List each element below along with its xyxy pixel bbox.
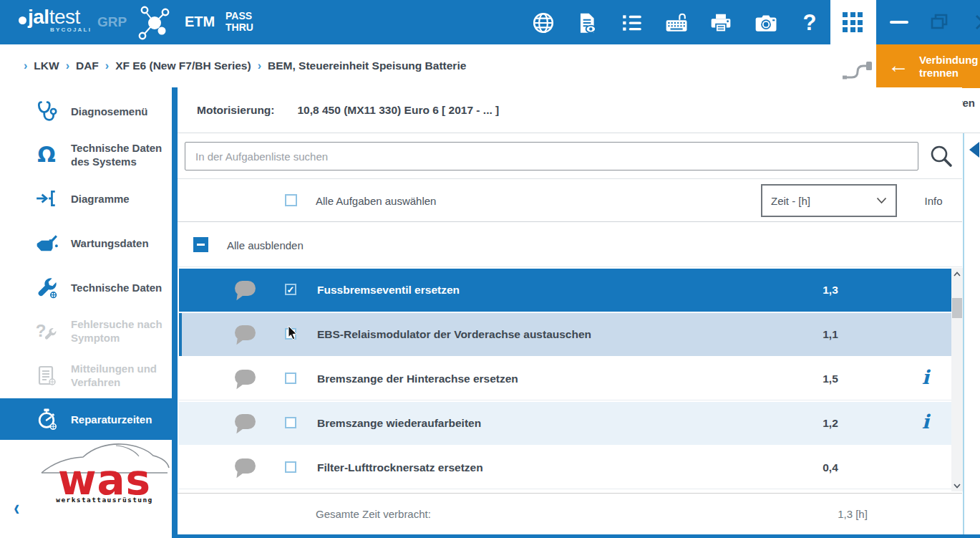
jaltest-logo: jal test BYCOJALI	[19, 6, 92, 33]
task-row[interactable]: ✓ Fussbremseventil ersetzen 1,3	[179, 269, 952, 312]
was-brand-logo: was werkstattausrüstung	[36, 437, 173, 504]
disconnect-button[interactable]: ← Verbindung trennen	[876, 44, 980, 88]
wrench-icon	[33, 276, 60, 299]
task-checkbox[interactable]: ✓	[285, 284, 296, 295]
chevron-right-icon: ›	[66, 59, 69, 72]
oilcan-icon	[33, 231, 60, 254]
breadcrumb-item-daf[interactable]: DAF	[76, 59, 99, 72]
symptom-search-icon: ?	[33, 321, 60, 341]
task-row[interactable]: Bremszange der Hinterachse ersetzen 1,5 …	[179, 357, 952, 400]
check-icon: ✓	[287, 285, 295, 294]
task-checkbox[interactable]	[285, 461, 296, 473]
globe-icon[interactable]	[531, 11, 556, 35]
scroll-down-icon[interactable]	[951, 480, 963, 491]
select-all-checkbox[interactable]	[285, 194, 297, 206]
info-column-header: Info	[911, 195, 956, 207]
task-time: 0,4	[809, 461, 852, 474]
comment-bubble-icon[interactable]	[235, 414, 256, 429]
search-input[interactable]	[185, 142, 918, 170]
connector-cable-icon	[842, 54, 873, 86]
sidebar-item-systemdaten[interactable]: Ω Technische Daten des Systems	[0, 136, 172, 173]
hide-all-checkbox[interactable]	[193, 237, 208, 252]
task-checkbox[interactable]	[285, 373, 296, 384]
comment-bubble-icon[interactable]	[235, 325, 256, 340]
stopwatch-icon	[33, 408, 60, 431]
hide-all-row: Alle ausblenden	[178, 222, 962, 267]
total-value: 1,3 [h]	[820, 508, 885, 520]
stethoscope-icon	[33, 100, 60, 123]
search-icon[interactable]	[929, 144, 954, 171]
task-time: 1,3	[809, 284, 852, 297]
engine-header: Motorisierung: 10,8 450 (MX11 330) Euro …	[178, 87, 962, 133]
task-time: 1,5	[809, 373, 852, 385]
apps-grid-icon[interactable]	[843, 12, 863, 33]
task-time: 1,1	[809, 328, 852, 341]
help-icon[interactable]: ?	[797, 11, 822, 35]
comment-bubble-icon[interactable]	[235, 281, 256, 296]
task-list-icon[interactable]	[620, 11, 644, 35]
right-collapsed-panel	[964, 133, 980, 538]
procedures-icon	[33, 365, 60, 386]
list-scrollbar[interactable]	[951, 268, 963, 491]
jaltest-window: jal test BYCOJALI GRP ETM PASS THRU	[0, 0, 980, 538]
task-time: 1,2	[809, 417, 852, 430]
sidebar-collapse-chevron-icon[interactable]: ‹	[14, 494, 19, 521]
passthru-module-button[interactable]: PASS THRU	[225, 10, 253, 33]
apps-panel	[830, 0, 876, 44]
hide-all-label: Alle ausblenden	[227, 239, 304, 251]
total-label: Gesamte Zeit verbracht:	[316, 508, 431, 520]
search-bar	[178, 133, 962, 179]
task-row[interactable]: Bremszange wiederaufarbeiten 1,2 i	[179, 402, 952, 445]
engine-value: 10,8 450 (MX11 330) Euro 6 [ 2017 - ... …	[298, 104, 500, 117]
restore-icon[interactable]	[929, 11, 951, 36]
etm-module-button[interactable]: ETM	[185, 14, 215, 30]
task-row[interactable]: EBS-Relaismodulator der Vorderachse aust…	[179, 313, 952, 356]
total-row: Gesamte Zeit verbracht: 1,3 [h]	[178, 493, 962, 534]
comment-bubble-icon[interactable]	[235, 370, 256, 385]
circuit-icon	[33, 187, 60, 210]
chevron-down-icon	[876, 197, 887, 204]
breadcrumb-item-system[interactable]: BEM, Steuereinheit Speisung Batterie	[268, 59, 466, 72]
select-all-row: Alle Aufgaben auswählen Zeit - [h] Info	[178, 179, 962, 222]
chevron-right-icon: ›	[105, 59, 109, 72]
task-checkbox[interactable]	[285, 328, 296, 340]
grp-module-label: GRP	[97, 14, 127, 30]
scrollbar-thumb[interactable]	[952, 298, 962, 318]
arrow-left-icon: ←	[888, 53, 909, 77]
select-all-label: Alle Aufgaben auswählen	[316, 195, 436, 207]
sidebar-item-mitteilungen: Mitteilungen und Verfahren	[0, 357, 172, 394]
task-checkbox[interactable]	[285, 417, 296, 428]
connections-icon[interactable]	[136, 4, 173, 44]
chevron-right-icon: ›	[24, 59, 27, 72]
comment-bubble-icon[interactable]	[235, 458, 256, 474]
breadcrumb-item-lkw[interactable]: LKW	[34, 59, 59, 72]
logo-brand: jal	[28, 6, 49, 29]
info-icon[interactable]: i	[915, 410, 936, 433]
printer-icon[interactable]	[709, 11, 733, 35]
expand-panel-arrow-icon[interactable]	[969, 142, 979, 158]
report-icon[interactable]	[575, 11, 599, 35]
keyboard-icon[interactable]	[664, 11, 688, 35]
sidebar-item-wartungsdaten[interactable]: Wartungsdaten	[0, 226, 172, 259]
close-icon[interactable]	[972, 11, 980, 36]
breadcrumb: › LKW › DAF › XF E6 (New F7/BH Series) ›…	[0, 44, 876, 88]
sidebar-item-diagnosemenu[interactable]: Diagnosemenü	[0, 95, 172, 128]
sidebar-item-reparaturzeiten[interactable]: Reparaturzeiten	[0, 398, 178, 440]
bottom-accent-bar	[172, 534, 980, 538]
scroll-up-icon[interactable]	[951, 268, 963, 279]
sidebar-item-technische-daten[interactable]: Technische Daten	[0, 271, 172, 304]
sidebar-item-diagramme[interactable]: Diagramme	[0, 182, 172, 215]
engine-label: Motorisierung:	[197, 104, 275, 117]
breadcrumb-item-model[interactable]: XF E6 (New F7/BH Series)	[115, 59, 251, 72]
omega-icon: Ω	[33, 144, 60, 165]
minimize-icon[interactable]	[890, 21, 908, 24]
logo-dot-icon	[19, 16, 26, 24]
sidebar-item-fehlersuche: ? Fehlersuche nach Symptom	[0, 312, 172, 350]
time-unit-dropdown[interactable]: Zeit - [h]	[761, 184, 897, 217]
camera-icon[interactable]	[753, 11, 777, 35]
task-row[interactable]: Filter-Lufttrocknersatz ersetzen 0,4	[179, 446, 952, 489]
info-icon[interactable]: i	[915, 366, 936, 388]
chevron-right-icon: ›	[258, 59, 261, 72]
